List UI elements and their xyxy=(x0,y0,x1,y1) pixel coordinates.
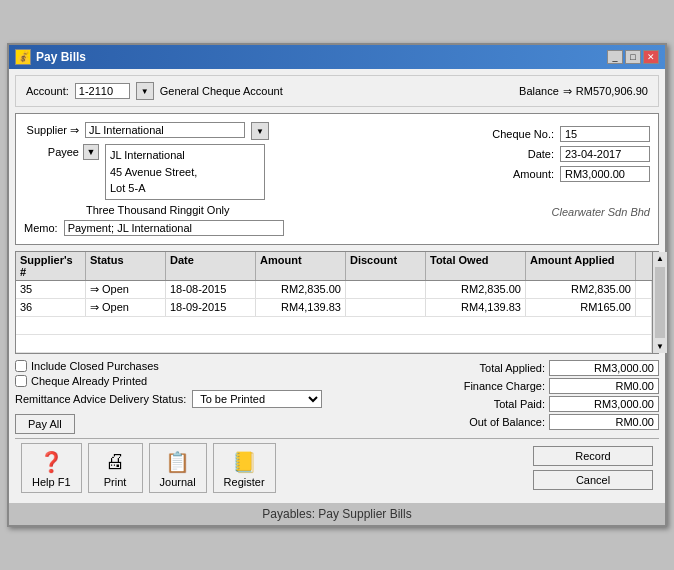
amount-words: Three Thousand Ringgit Only xyxy=(86,204,464,216)
form-right: Cheque No.: Date: Amount: Clearwater Sdn… xyxy=(474,122,650,236)
cell-total-owed-1: RM2,835.00 xyxy=(426,281,526,298)
table-inner: Supplier's # Status Date Amount Discount… xyxy=(16,252,652,353)
title-bar: 💰 Pay Bills _ □ ✕ xyxy=(9,45,665,69)
cell-scroll-1 xyxy=(636,281,652,298)
supplier-dropdown-button[interactable]: ▼ xyxy=(251,122,269,140)
journal-icon: 📋 xyxy=(162,448,194,476)
cancel-button[interactable]: Cancel xyxy=(533,470,653,490)
title-bar-left: 💰 Pay Bills xyxy=(15,49,86,65)
table-scrollbar[interactable]: ▲ ▼ xyxy=(652,252,667,353)
scroll-up-button[interactable]: ▲ xyxy=(654,252,666,265)
journal-label: Journal xyxy=(160,476,196,488)
print-icon: 🖨 xyxy=(99,448,131,476)
balance-label: Balance xyxy=(519,85,559,97)
account-bar: Account: ▼ General Cheque Account Balanc… xyxy=(15,75,659,107)
closed-purchases-checkbox[interactable] xyxy=(15,360,27,372)
help-label: Help F1 xyxy=(32,476,71,488)
cheque-printed-checkbox[interactable] xyxy=(15,375,27,387)
form-left: Supplier ⇒ ▼ Payee ▼ JL International 45… xyxy=(24,122,464,236)
minimize-button[interactable]: _ xyxy=(607,50,623,64)
bills-table: Supplier's # Status Date Amount Discount… xyxy=(15,251,659,354)
cheque-row: Cheque No.: xyxy=(474,126,650,142)
cheque-printed-row: Cheque Already Printed xyxy=(15,375,415,387)
close-button[interactable]: ✕ xyxy=(643,50,659,64)
cell-supplier-num-2: 36 xyxy=(16,299,86,316)
table-header: Supplier's # Status Date Amount Discount… xyxy=(16,252,652,281)
maximize-button[interactable]: □ xyxy=(625,50,641,64)
register-label: Register xyxy=(224,476,265,488)
print-button[interactable]: 🖨 Print xyxy=(88,443,143,493)
register-button[interactable]: 📒 Register xyxy=(213,443,276,493)
col-amount: Amount xyxy=(256,252,346,280)
payee-address: JL International 45 Avenue Street, Lot 5… xyxy=(105,144,265,200)
main-form-section: Supplier ⇒ ▼ Payee ▼ JL International 45… xyxy=(15,113,659,245)
supplier-row: Supplier ⇒ ▼ xyxy=(24,122,464,140)
window-title: Pay Bills xyxy=(36,50,86,64)
print-label: Print xyxy=(104,476,127,488)
help-button[interactable]: ❓ Help F1 xyxy=(21,443,82,493)
supplier-arrow-icon: ⇒ xyxy=(70,124,79,136)
total-applied-value: RM3,000.00 xyxy=(549,360,659,376)
payee-line3: Lot 5-A xyxy=(110,180,260,197)
table-row-empty xyxy=(16,335,652,353)
main-window: 💰 Pay Bills _ □ ✕ Account: ▼ General Che… xyxy=(7,43,667,527)
col-discount: Discount xyxy=(346,252,426,280)
app-icon: 💰 xyxy=(15,49,31,65)
payee-line2: 45 Avenue Street, xyxy=(110,164,260,181)
memo-row: Memo: xyxy=(24,220,464,236)
table-row[interactable]: 35 ⇒ Open 18-08-2015 RM2,835.00 RM2,835.… xyxy=(16,281,652,299)
toolbar: ❓ Help F1 🖨 Print 📋 Journal 📒 Register R… xyxy=(15,438,659,497)
table-row-empty xyxy=(16,317,652,335)
delivery-row: Remittance Advice Delivery Status: To be… xyxy=(15,390,415,408)
scroll-down-button[interactable]: ▼ xyxy=(654,340,666,353)
col-amount-applied: Amount Applied xyxy=(526,252,636,280)
cell-scroll-2 xyxy=(636,299,652,316)
cell-discount-1 xyxy=(346,281,426,298)
summary-section: Total Applied: RM3,000.00 Finance Charge… xyxy=(425,360,659,434)
memo-label: Memo: xyxy=(24,222,58,234)
pay-all-button[interactable]: Pay All xyxy=(15,414,75,434)
payee-toggle-button[interactable]: ▼ xyxy=(83,144,99,160)
date-input[interactable] xyxy=(560,146,650,162)
col-supplier-num: Supplier's # xyxy=(16,252,86,280)
finance-charge-label: Finance Charge: xyxy=(425,378,545,394)
payee-label: Payee xyxy=(24,144,79,158)
finance-charge-value: RM0.00 xyxy=(549,378,659,394)
supplier-input[interactable] xyxy=(85,122,245,138)
register-icon: 📒 xyxy=(228,448,260,476)
amount-label: Amount: xyxy=(474,168,554,180)
title-buttons: _ □ ✕ xyxy=(607,50,659,64)
toolbar-right: Record Cancel xyxy=(533,446,653,490)
col-date: Date xyxy=(166,252,256,280)
account-input[interactable] xyxy=(75,83,130,99)
out-of-balance-label: Out of Balance: xyxy=(425,414,545,430)
delivery-select[interactable]: To be Printed Already Printed Not Applic… xyxy=(192,390,322,408)
status-bar: Payables: Pay Supplier Bills xyxy=(9,503,665,525)
journal-button[interactable]: 📋 Journal xyxy=(149,443,207,493)
closed-purchases-row: Include Closed Purchases xyxy=(15,360,415,372)
out-of-balance-value: RM0.00 xyxy=(549,414,659,430)
account-label: Account: xyxy=(26,85,69,97)
options-section: Include Closed Purchases Cheque Already … xyxy=(15,360,425,434)
cell-amount-applied-1: RM2,835.00 xyxy=(526,281,636,298)
table-container: Supplier's # Status Date Amount Discount… xyxy=(16,252,658,353)
balance-value: RM570,906.90 xyxy=(576,85,648,97)
col-scroll xyxy=(636,252,652,280)
record-button[interactable]: Record xyxy=(533,446,653,466)
cell-discount-2 xyxy=(346,299,426,316)
bottom-section: Include Closed Purchases Cheque Already … xyxy=(15,360,659,434)
amount-input[interactable] xyxy=(560,166,650,182)
cheque-label: Cheque No.: xyxy=(474,128,554,140)
cell-amount-2: RM4,139.83 xyxy=(256,299,346,316)
cheque-input[interactable] xyxy=(560,126,650,142)
closed-purchases-label: Include Closed Purchases xyxy=(31,360,159,372)
cell-total-owed-2: RM4,139.83 xyxy=(426,299,526,316)
payee-row: Payee ▼ JL International 45 Avenue Stree… xyxy=(24,144,464,200)
balance-arrow-icon: ⇒ xyxy=(563,85,572,98)
table-row[interactable]: 36 ⇒ Open 18-09-2015 RM4,139.83 RM4,139.… xyxy=(16,299,652,317)
col-status: Status xyxy=(86,252,166,280)
company-stamp: Clearwater Sdn Bhd xyxy=(552,206,650,218)
window-body: Account: ▼ General Cheque Account Balanc… xyxy=(9,69,665,503)
account-dropdown-button[interactable]: ▼ xyxy=(136,82,154,100)
memo-input[interactable] xyxy=(64,220,284,236)
